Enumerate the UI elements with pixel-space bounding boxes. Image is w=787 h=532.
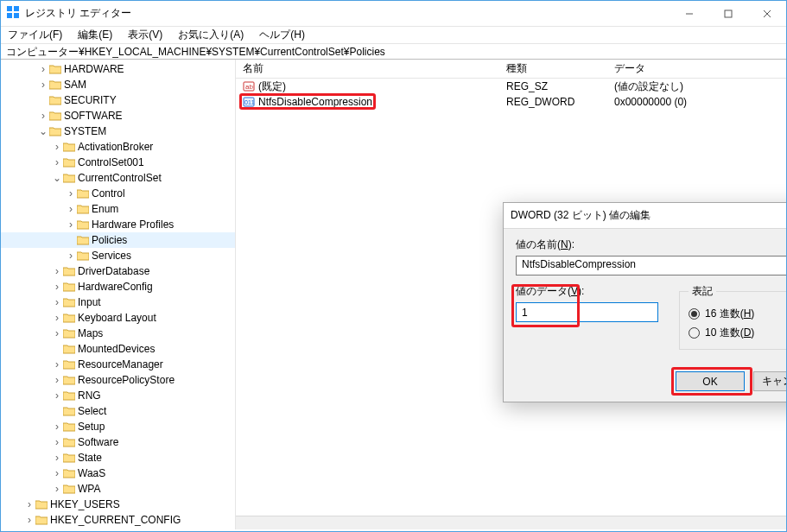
list-header: 名前 種類 データ	[236, 60, 786, 79]
tree-node-system[interactable]: ⌄SYSTEM	[1, 124, 235, 139]
close-button[interactable]	[747, 1, 786, 27]
menu-help[interactable]: ヘルプ(H)	[257, 28, 307, 42]
tree-node-policies[interactable]: Policies	[1, 232, 235, 248]
tree-label: WaaS	[78, 467, 105, 479]
svg-rect-5	[725, 10, 732, 17]
menubar: ファイル(F) 編集(E) 表示(V) お気に入り(A) ヘルプ(H)	[1, 27, 786, 44]
value-name-field[interactable]: NtfsDisableCompression	[516, 256, 786, 276]
tree-label: MountedDevices	[78, 343, 155, 355]
radio-icon	[689, 308, 700, 320]
value-type: REG_DWORD	[499, 96, 607, 108]
tree-label: ResourcePolicyStore	[78, 374, 175, 386]
tree-node-state[interactable]: ›State	[1, 450, 235, 466]
tree-label: SAM	[64, 79, 86, 91]
dword-value-icon: 011	[243, 96, 255, 108]
list-row[interactable]: 011 NtfsDisableCompression REG_DWORD 0x0…	[236, 94, 786, 110]
col-type[interactable]: 種類	[499, 61, 607, 76]
value-data-label: 値のデータ(V):	[516, 284, 658, 299]
tree-node-sam[interactable]: ›SAM	[1, 77, 235, 92]
tree-label: HardwareConfig	[78, 281, 153, 293]
tree-label: Services	[92, 250, 131, 262]
tree-label: Enum	[92, 203, 118, 215]
app-icon	[6, 5, 20, 22]
minimize-button[interactable]	[670, 1, 708, 27]
tree-node-currentcontrolset[interactable]: ⌄CurrentControlSet	[1, 170, 235, 186]
radix-hex-label: 16 進数(H)	[705, 307, 754, 321]
col-name[interactable]: 名前	[236, 61, 499, 76]
value-data: 0x00000000 (0)	[607, 96, 786, 108]
tree-label: SOFTWARE	[64, 110, 123, 122]
tree-node-enum[interactable]: ›Enum	[1, 201, 235, 217]
tree-node-hardwareconfig[interactable]: ›HardwareConfig	[1, 279, 235, 294]
tree-node-services[interactable]: ›Services	[1, 248, 235, 263]
radix-group: 表記 16 進数(H) 10 進数(D)	[679, 284, 786, 350]
tree-node-hardware[interactable]: ›HARDWARE	[1, 61, 235, 77]
radix-legend: 表記	[689, 284, 716, 299]
tree-node-setup[interactable]: ›Setup	[1, 419, 235, 434]
tree-node-resourcepolicystore[interactable]: ›ResourcePolicyStore	[1, 372, 235, 388]
tree-node-softwarelc[interactable]: ›Software	[1, 434, 235, 450]
tree-node-software[interactable]: ›SOFTWARE	[1, 108, 235, 124]
svg-text:ab: ab	[245, 83, 253, 91]
tree-label: HKEY_USERS	[50, 498, 120, 510]
menu-edit[interactable]: 編集(E)	[76, 28, 114, 42]
tree-node-select[interactable]: Select	[1, 403, 235, 419]
tree-node-maps[interactable]: ›Maps	[1, 326, 235, 341]
value-name: (既定)	[258, 79, 286, 94]
value-data-input[interactable]	[516, 302, 658, 322]
radix-hex-option[interactable]: 16 進数(H)	[689, 304, 786, 323]
window-title: レジストリ エディター	[25, 6, 131, 21]
tree-node-wpa[interactable]: ›WPA	[1, 481, 235, 497]
tree-label: Control	[92, 187, 125, 200]
tree-node-mounteddevices[interactable]: MountedDevices	[1, 341, 235, 357]
col-data[interactable]: データ	[607, 61, 786, 76]
maximize-button[interactable]	[708, 1, 747, 27]
tree-label: HARDWARE	[64, 63, 124, 75]
tree-label: SECURITY	[64, 94, 117, 106]
tree-label: Keyboard Layout	[78, 312, 156, 324]
dialog-titlebar[interactable]: DWORD (32 ビット) 値の編集	[504, 203, 786, 229]
tree-node-input[interactable]: ›Input	[1, 294, 235, 310]
menu-file[interactable]: ファイル(F)	[6, 28, 64, 42]
tree-label: State	[78, 452, 102, 464]
tree-node-controlset001[interactable]: ›ControlSet001	[1, 155, 235, 170]
menu-view[interactable]: 表示(V)	[126, 28, 164, 42]
tree-node-hkeycurrentconfig[interactable]: ›HKEY_CURRENT_CONFIG	[1, 512, 235, 528]
tree-node-activationbroker[interactable]: ›ActivationBroker	[1, 139, 235, 155]
tree-label: Setup	[78, 421, 105, 433]
tree-node-waas[interactable]: ›WaaS	[1, 466, 235, 481]
tree-label: ActivationBroker	[78, 141, 153, 153]
tree-node-control[interactable]: ›Control	[1, 186, 235, 201]
tree-label: ControlSet001	[78, 156, 144, 168]
tree-node-driverdatabase[interactable]: ›DriverDatabase	[1, 263, 235, 279]
tree-node-rng[interactable]: ›RNG	[1, 388, 235, 403]
radix-dec-option[interactable]: 10 進数(D)	[689, 323, 786, 342]
tree-label: SYSTEM	[64, 125, 106, 137]
string-value-icon: ab	[243, 80, 255, 92]
menu-favorites[interactable]: お気に入り(A)	[176, 28, 245, 42]
tree-label: RNG	[78, 390, 101, 402]
tree-label: Software	[78, 436, 118, 448]
tree-node-resourcemanager[interactable]: ›ResourceManager	[1, 357, 235, 372]
address-bar[interactable]: コンピューター¥HKEY_LOCAL_MACHINE¥SYSTEM¥Curren…	[1, 44, 786, 60]
tree-node-hkeyusers[interactable]: ›HKEY_USERS	[1, 497, 235, 512]
tree-node-keyboardlayout[interactable]: ›Keyboard Layout	[1, 310, 235, 326]
horizontal-scrollbar[interactable]	[236, 516, 786, 529]
radix-dec-label: 10 進数(D)	[705, 326, 754, 340]
tree-node-security[interactable]: SECURITY	[1, 92, 235, 108]
svg-rect-2	[7, 13, 12, 18]
tree-label: Select	[78, 405, 106, 417]
list-row[interactable]: ab (既定) REG_SZ (値の設定なし)	[236, 79, 786, 94]
tree-label: Policies	[92, 234, 127, 246]
titlebar: レジストリ エディター	[1, 1, 786, 27]
tree-label: Maps	[78, 327, 103, 339]
window-controls	[670, 1, 786, 27]
edit-dword-dialog: DWORD (32 ビット) 値の編集 値の名前(N): NtfsDisable…	[503, 202, 786, 402]
value-type: REG_SZ	[499, 80, 607, 92]
svg-rect-0	[7, 6, 12, 11]
tree-node-hardwareprofiles[interactable]: ›Hardware Profiles	[1, 217, 235, 232]
ok-button[interactable]: OK	[676, 371, 745, 391]
tree-label: WPA	[78, 483, 100, 495]
cancel-button[interactable]: キャンセル	[753, 371, 786, 391]
dialog-title: DWORD (32 ビット) 値の編集	[511, 208, 651, 223]
